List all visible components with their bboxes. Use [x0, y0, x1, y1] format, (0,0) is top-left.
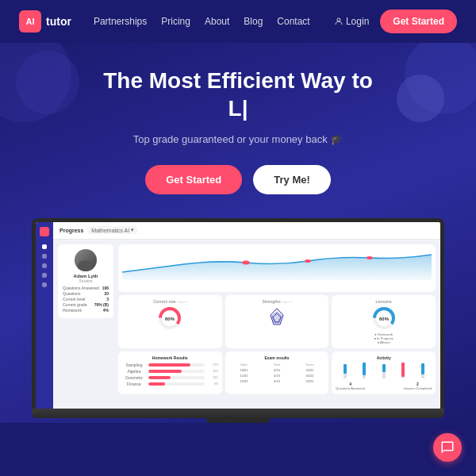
profile-role: Student: [63, 278, 109, 283]
dash-content: Adam Lyth Student Questions Answered 196: [53, 240, 440, 409]
exam-row-2: 11/02 5/10 45/22: [229, 374, 325, 378]
sidebar-dot-2: [42, 254, 47, 259]
sidebar-dot-1: [42, 244, 47, 249]
laptop-screen: Progress Mathematics AI ▾: [32, 218, 444, 409]
stat-row-4: Current grade 76% (B): [63, 302, 109, 307]
user-icon: [335, 17, 343, 25]
svg-marker-9: [272, 312, 282, 323]
exam-header: Date Time Score: [229, 363, 325, 367]
exam-card: Exam results Date Time Score 23/01: [225, 351, 329, 394]
dash-left-panel: Adam Lyth Student Questions Answered 196: [58, 244, 113, 404]
logo[interactable]: AI tutor: [19, 10, 71, 33]
exam-row-1: 23/01 4/10 33/22: [229, 368, 325, 372]
subject-dropdown[interactable]: Mathematics AI ▾: [88, 226, 137, 234]
stats-row: Correct rate Topic ▾ 60%: [118, 295, 436, 348]
activity-card: Activity: [332, 351, 436, 394]
brand-name: tutor: [46, 15, 71, 28]
svg-text:60%: 60%: [165, 317, 175, 321]
sidebar-dot-5: [42, 282, 47, 287]
nav-about[interactable]: About: [205, 16, 229, 27]
get-started-hero-button[interactable]: Get Started: [145, 165, 242, 194]
strengths-visual: [229, 305, 325, 331]
svg-point-0: [337, 18, 340, 21]
hero-subtitle: Top grade guaranteed or your money back …: [16, 132, 460, 148]
dash-main: Progress Mathematics AI ▾: [53, 222, 440, 409]
logo-icon: AI: [19, 10, 41, 33]
activity-bars: [336, 363, 432, 378]
lessons-donut: 60%: [336, 305, 432, 331]
stat-row-2: Questions 20: [63, 291, 109, 296]
progress-tab[interactable]: Progress: [60, 228, 83, 233]
dash-topbar: Progress Mathematics AI ▾: [53, 222, 440, 240]
homework-card: Homework Results Sampling 170 Algebra: [118, 351, 222, 394]
sidebar-dot-4: [42, 273, 47, 278]
chart-svg: [122, 248, 432, 280]
hero-buttons: Get Started Try Me!: [16, 165, 460, 194]
login-button[interactable]: Login: [335, 16, 369, 27]
chat-icon: [440, 440, 455, 455]
profile-stats: Questions Answered 196 Questions 20: [63, 286, 109, 313]
stat-row-3: Current level 3: [63, 297, 109, 301]
avatar-body: [78, 260, 94, 271]
sidebar-dot-3: [42, 263, 47, 268]
hero-section: The Most Efficient Way to L| Top grade g…: [0, 43, 476, 423]
profile-avatar: [75, 249, 97, 271]
bottom-row: Homework Results Sampling 170 Algebra: [118, 351, 436, 394]
svg-text:60%: 60%: [379, 317, 390, 321]
laptop-base: [32, 409, 444, 418]
svg-point-1: [242, 260, 250, 264]
hw-item-4: Finance 90: [122, 382, 218, 386]
profile-card: Adam Lyth Student Questions Answered 196: [58, 244, 113, 318]
stat-row-5: Homework 4%: [63, 308, 109, 313]
laptop-stand: [206, 418, 270, 423]
dash-center-panel: Correct rate Topic ▾ 60%: [118, 244, 436, 404]
dash-sidebar: [36, 222, 53, 409]
nav-links: Partnerships Pricing About Blog Contact: [94, 16, 335, 27]
svg-point-3: [367, 256, 373, 259]
correct-rate-donut: 60%: [122, 305, 218, 331]
dash-logo: [40, 227, 49, 236]
svg-point-2: [305, 259, 311, 263]
nav-blog[interactable]: Blog: [244, 16, 263, 27]
dashboard: Progress Mathematics AI ▾: [36, 222, 440, 409]
nav-right: Login Get Started: [335, 10, 457, 33]
correct-rate-card: Correct rate Topic ▾ 60%: [118, 295, 222, 348]
progress-chart: [118, 244, 436, 292]
try-me-button[interactable]: Try Me!: [253, 165, 331, 194]
hw-item-1: Sampling 170: [122, 363, 218, 367]
nav-contact[interactable]: Contact: [277, 16, 309, 27]
lessons-card: Lessons 60%: [332, 295, 436, 348]
get-started-nav-button[interactable]: Get Started: [380, 10, 457, 33]
stat-row-1: Questions Answered 196: [63, 286, 109, 290]
laptop-mockup: Progress Mathematics AI ▾: [16, 218, 460, 423]
navbar: AI tutor Partnerships Pricing About Blog…: [0, 0, 476, 43]
laptop: Progress Mathematics AI ▾: [32, 218, 444, 423]
exam-row-3: 12/03 3/10 22/22: [229, 379, 325, 383]
chat-bubble-button[interactable]: [433, 433, 462, 462]
nav-pricing[interactable]: Pricing: [161, 16, 190, 27]
hero-title: The Most Efficient Way to L|: [16, 67, 460, 122]
strengths-card: Strengths Topic ▾: [225, 295, 329, 348]
hw-item-3: Geometry 110: [122, 375, 218, 380]
activity-stats: 4 Questions Answered 2 Lessons Completed: [336, 382, 432, 390]
hw-item-2: Algebra 150: [122, 369, 218, 374]
nav-partnerships[interactable]: Partnerships: [94, 16, 147, 27]
